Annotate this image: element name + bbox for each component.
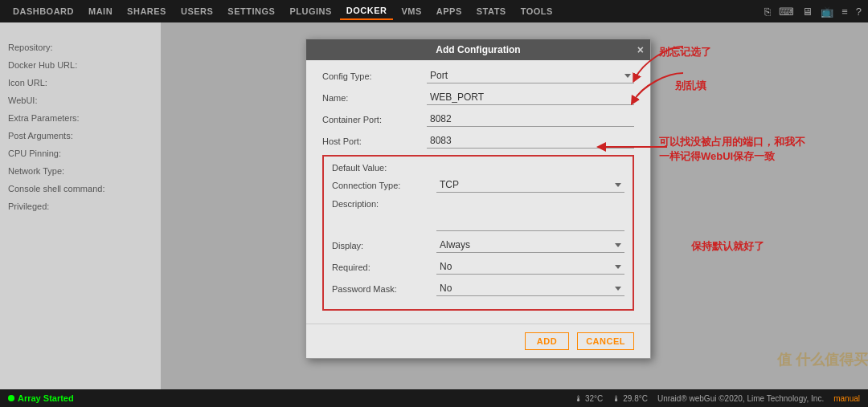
content-area: Add Configuration × Config Type: Port Va…: [161, 22, 868, 389]
thermometer2-icon: 🌡: [612, 394, 620, 403]
name-label: Name:: [322, 93, 427, 103]
status-right: 🌡 32°C 🌡 29.8°C Unraid® webGui ©2020, Li…: [575, 394, 860, 403]
sidebar-label-iconurl: Icon URL:: [8, 74, 153, 92]
nav-docker[interactable]: DOCKER: [340, 2, 394, 20]
host-port-label: Host Port:: [322, 136, 427, 146]
add-configuration-dialog: Add Configuration × Config Type: Port Va…: [305, 39, 651, 359]
manual-link[interactable]: manual: [833, 394, 860, 403]
display-row: Display: Always Advanced Never: [332, 238, 624, 253]
status-left: Array Started: [8, 393, 74, 403]
dialog-footer: ADD CANCEL: [306, 324, 650, 358]
sidebar-label-network-type: Network Type:: [8, 162, 153, 180]
list-icon[interactable]: ≡: [841, 6, 848, 18]
monitor-icon[interactable]: 📺: [821, 6, 833, 18]
password-mask-select[interactable]: No Yes: [436, 281, 624, 296]
config-type-select[interactable]: Port Variable Path: [427, 68, 634, 83]
password-mask-row: Password Mask: No Yes: [332, 281, 624, 296]
temp1-value: 32°C: [585, 394, 603, 403]
nav-main[interactable]: MAIN: [82, 3, 119, 19]
display-select[interactable]: Always Advanced Never: [436, 238, 624, 253]
host-port-input[interactable]: [427, 133, 634, 149]
nav-stats[interactable]: STATS: [470, 3, 513, 19]
connection-type-row: Connection Type: TCP UDP: [332, 177, 624, 193]
connection-type-label: Connection Type:: [332, 181, 436, 190]
config-type-row: Config Type: Port Variable Path: [322, 68, 634, 83]
connection-type-select[interactable]: TCP UDP: [436, 177, 624, 193]
required-row: Required: No Yes: [332, 259, 624, 275]
dialog-close-button[interactable]: ×: [637, 43, 644, 56]
sidebar-label-dockerhub: Docker Hub URL:: [8, 56, 153, 74]
host-port-row: Host Port:: [322, 133, 634, 149]
add-button[interactable]: ADD: [525, 332, 569, 350]
temp2-display: 🌡 29.8°C: [612, 394, 648, 403]
sidebar-label-extra-params: Extra Parameters:: [8, 109, 153, 127]
description-row: Description:: [332, 199, 624, 231]
nav-users[interactable]: USERS: [174, 3, 219, 19]
dialog-body: Config Type: Port Variable Path Name: Co…: [306, 60, 650, 324]
container-port-row: Container Port:: [322, 112, 634, 127]
nav-tools[interactable]: TOOLS: [514, 3, 559, 19]
main-area: Repository: Docker Hub URL: Icon URL: We…: [0, 22, 868, 389]
required-select[interactable]: No Yes: [436, 259, 624, 275]
dialog-title: Add Configuration: [436, 44, 520, 55]
terminal-icon[interactable]: ⌨: [779, 6, 794, 18]
temp1-display: 🌡 32°C: [575, 394, 603, 403]
sidebar-label-repository: Repository:: [8, 39, 153, 56]
password-mask-label: Password Mask:: [332, 284, 436, 294]
required-label: Required:: [332, 263, 436, 272]
sidebar-label-privileged: Privileged:: [8, 197, 153, 215]
sidebar-label-webui: WebUI:: [8, 92, 153, 109]
status-dot: [8, 395, 14, 401]
name-input[interactable]: [427, 90, 634, 105]
nav-icons-group: ⎘ ⌨ 🖥 📺 ≡ ?: [764, 6, 862, 18]
notification-icon[interactable]: ⎘: [764, 6, 771, 18]
cancel-button[interactable]: CANCEL: [577, 332, 634, 350]
display-label: Display:: [332, 241, 436, 250]
status-bar: Array Started 🌡 32°C 🌡 29.8°C Unraid® we…: [0, 389, 868, 407]
name-row: Name:: [322, 90, 634, 105]
unraid-copyright: Unraid® webGui ©2020, Lime Technology, I…: [657, 394, 824, 403]
sidebar-label-post-args: Post Arguments:: [8, 127, 153, 144]
nav-apps[interactable]: APPS: [430, 3, 469, 19]
description-textarea[interactable]: [436, 199, 624, 231]
default-value-box: Default Value: Connection Type: TCP UDP …: [322, 155, 634, 311]
config-type-label: Config Type:: [322, 71, 427, 81]
nav-items: DASHBOARD MAIN SHARES USERS SETTINGS PLU…: [6, 2, 764, 20]
array-status-text: Array Started: [18, 393, 74, 403]
thermometer1-icon: 🌡: [575, 394, 583, 403]
nav-plugins[interactable]: PLUGINS: [283, 3, 338, 19]
container-port-label: Container Port:: [322, 115, 427, 124]
nav-vms[interactable]: VMS: [395, 3, 428, 19]
help-icon[interactable]: ?: [856, 6, 862, 18]
sidebar: Repository: Docker Hub URL: Icon URL: We…: [0, 22, 161, 389]
temp2-value: 29.8°C: [623, 394, 648, 403]
dialog-title-bar: Add Configuration ×: [306, 39, 650, 60]
top-navigation: DASHBOARD MAIN SHARES USERS SETTINGS PLU…: [0, 0, 868, 22]
nav-dashboard[interactable]: DASHBOARD: [6, 3, 80, 19]
description-label: Description:: [332, 199, 436, 209]
container-port-input[interactable]: [427, 112, 634, 127]
default-value-title: Default Value:: [332, 163, 624, 173]
nav-shares[interactable]: SHARES: [121, 3, 173, 19]
nav-settings[interactable]: SETTINGS: [221, 3, 281, 19]
display-icon[interactable]: 🖥: [802, 6, 813, 18]
sidebar-label-cpu-pinning: CPU Pinning:: [8, 144, 153, 162]
sidebar-label-console-shell: Console shell command:: [8, 180, 153, 197]
